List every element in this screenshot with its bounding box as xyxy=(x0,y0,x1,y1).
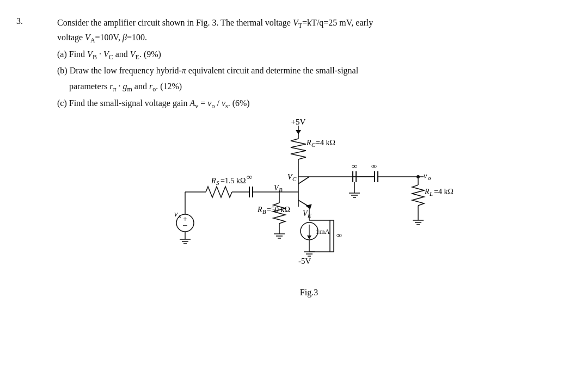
vc-sub: C xyxy=(292,176,297,182)
rl-label: R xyxy=(424,188,430,196)
rl-resistor xyxy=(412,185,424,206)
va-sub: A xyxy=(90,36,95,44)
problem-number: 3. xyxy=(16,16,23,26)
ima-label: 1mA xyxy=(316,227,330,235)
vt-label: V xyxy=(293,18,298,27)
part-c: (c) Find the small-signal voltage gain A… xyxy=(57,97,561,111)
part-b-line1: (b) Draw the low frequency hybrid-π equi… xyxy=(57,64,561,78)
rl-sub: L xyxy=(429,190,433,197)
vo-sub: o xyxy=(428,175,431,181)
cap3-inf: ∞ xyxy=(352,162,357,170)
rb-val: =50 kΩ xyxy=(267,206,290,214)
circuit-diagram: +5V R C =4 kΩ V C xyxy=(140,117,478,286)
cap2-inf: ∞ xyxy=(371,162,377,170)
intro-line2: voltage VA=100V, β=100. xyxy=(57,31,561,46)
vs-label: v xyxy=(174,210,178,218)
rc-resistor xyxy=(291,139,306,159)
fig-label: Fig.3 xyxy=(300,288,318,297)
rc-label: R xyxy=(306,139,311,147)
vee-label: -5V xyxy=(298,257,311,265)
problem-content: Consider the amplifier circuit shown in … xyxy=(57,16,561,297)
part-b-line2: parameters rπ · gm and ro. (12%) xyxy=(69,80,561,95)
rs-label: R xyxy=(211,177,216,185)
vs-plus: + xyxy=(183,215,187,223)
va-label: V xyxy=(85,33,90,42)
beta-label: β xyxy=(122,33,127,42)
rb-label: R xyxy=(257,206,262,214)
rs-sub: S xyxy=(216,179,219,186)
cap1-inf: ∞ xyxy=(247,173,252,181)
page: 3. Consider the amplifier circuit shown … xyxy=(0,0,588,308)
rc-sub: C xyxy=(311,141,316,148)
vcc-label: +5V xyxy=(291,117,305,126)
rs-resistor xyxy=(206,187,232,197)
rc-val: =4 kΩ xyxy=(316,139,335,147)
circuit-area: +5V R C =4 kΩ V C xyxy=(57,117,561,297)
part-a: (a) Find VB · VC and VE. (9%) xyxy=(57,48,561,63)
ima-arrow xyxy=(307,235,311,239)
rb-sub: B xyxy=(262,208,266,215)
cap-emitter-inf: ∞ xyxy=(336,231,342,239)
rs-val: =1.5 kΩ xyxy=(220,177,246,185)
bjt-collector xyxy=(298,177,309,184)
vo-label: v xyxy=(424,172,427,180)
intro-line: Consider the amplifier circuit shown in … xyxy=(57,16,561,31)
rl-val: =4 kΩ xyxy=(434,188,454,196)
vt-sub: T xyxy=(298,22,302,29)
